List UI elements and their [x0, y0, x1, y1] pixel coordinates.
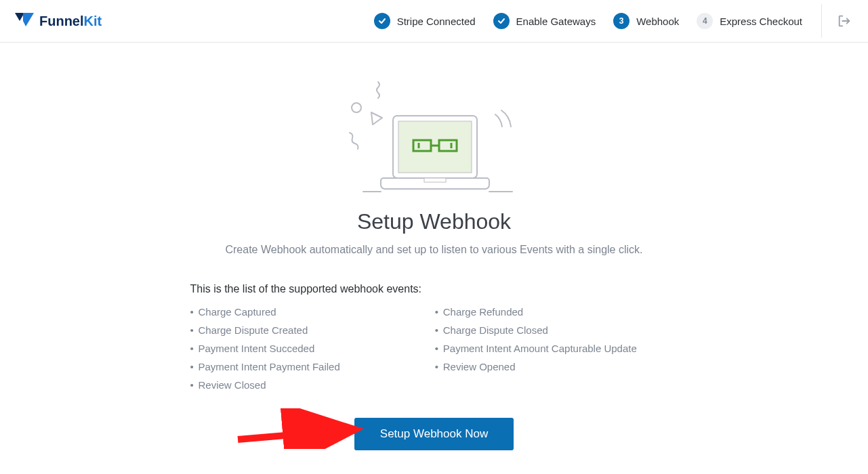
header: FunnelKit Stripe Connected Enable Gatewa… [0, 0, 868, 43]
step-webhook[interactable]: 3 Webhook [613, 13, 679, 29]
step-label: Express Checkout [720, 16, 802, 27]
wizard-steps: Stripe Connected Enable Gateways 3 Webho… [374, 13, 802, 29]
setup-webhook-button[interactable]: Setup Webhook Now [354, 418, 514, 450]
list-item: Charge Captured [190, 306, 340, 318]
step-number-icon: 3 [613, 13, 629, 29]
divider [821, 4, 822, 38]
step-express-checkout[interactable]: 4 Express Checkout [697, 13, 802, 29]
annotation-arrow-icon [231, 408, 367, 449]
main-content: Setup Webhook Create Webhook automatical… [0, 43, 868, 450]
check-icon [374, 13, 390, 29]
exit-button[interactable] [834, 11, 854, 31]
events-lists: Charge Captured Charge Dispute Created P… [190, 306, 678, 397]
illustration [343, 75, 526, 197]
logo-icon [14, 12, 35, 30]
svg-line-11 [238, 430, 350, 439]
check-icon [493, 13, 510, 29]
step-enable-gateways[interactable]: Enable Gateways [493, 13, 596, 29]
list-item: Payment Intent Succeded [190, 343, 340, 354]
list-item: Charge Refunded [435, 306, 637, 318]
logo-text: FunnelKit [39, 14, 102, 29]
list-item: Review Closed [190, 379, 340, 391]
list-item: Charge Dispute Closed [435, 324, 637, 336]
page-title: Setup Webhook [357, 209, 511, 234]
events-block: This is the list of the supported webhoo… [190, 283, 678, 450]
events-col-right: Charge Refunded Charge Dispute Closed Pa… [435, 306, 637, 397]
svg-rect-2 [398, 121, 472, 173]
list-item: Charge Dispute Created [190, 324, 340, 336]
step-stripe-connected[interactable]: Stripe Connected [374, 13, 476, 29]
list-item: Review Opened [435, 361, 637, 372]
step-label: Stripe Connected [397, 16, 476, 27]
list-item: Payment Intent Payment Failed [190, 361, 340, 372]
list-item: Payment Intent Amount Capturable Update [435, 343, 637, 354]
svg-rect-8 [424, 178, 446, 182]
page-subtitle: Create Webhook automatically and set up … [225, 244, 642, 256]
step-label: Webhook [636, 16, 679, 27]
events-col-left: Charge Captured Charge Dispute Created P… [190, 306, 340, 397]
svg-point-0 [352, 103, 361, 112]
cta-wrap: Setup Webhook Now [190, 418, 678, 450]
events-intro: This is the list of the supported webhoo… [190, 283, 678, 295]
exit-icon [837, 14, 852, 28]
step-label: Enable Gateways [516, 16, 596, 27]
logo: FunnelKit [14, 12, 102, 30]
step-number-icon: 4 [697, 13, 713, 29]
